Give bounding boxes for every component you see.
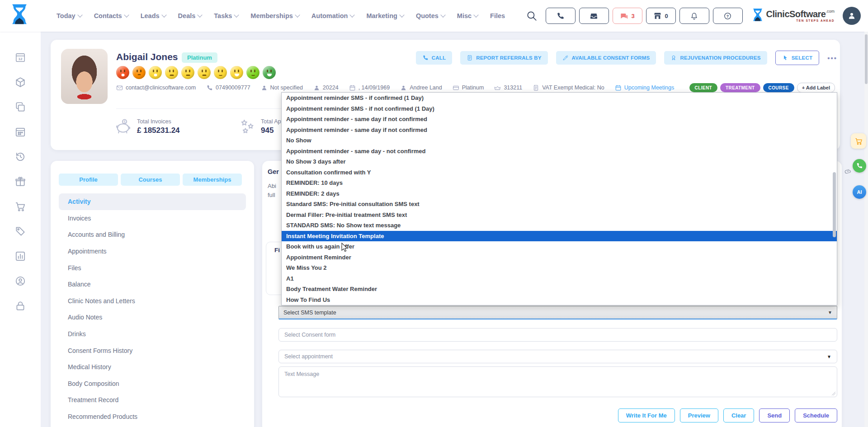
appointment-select[interactable]: Select appointment ▼: [278, 350, 837, 363]
lock-icon[interactable]: [14, 300, 26, 312]
nav-item-deals[interactable]: Deals: [178, 12, 202, 19]
schedule-button[interactable]: Schedule: [795, 408, 837, 422]
tab-courses[interactable]: Courses: [121, 174, 180, 186]
nav-item-misc[interactable]: Misc: [457, 12, 478, 19]
sms-template-option[interactable]: How To Find Us: [282, 295, 837, 305]
sms-template-option[interactable]: REMINDER: 2 days: [282, 188, 837, 199]
sms-template-option[interactable]: Appointment reminder SMS - if confirmed …: [282, 93, 837, 103]
calendar-grid-icon[interactable]: [14, 126, 26, 138]
report-referrals-by-button[interactable]: REPORT REFERRALS BY: [460, 51, 547, 65]
inbox-button[interactable]: [579, 8, 609, 24]
whatsapp-button[interactable]: [853, 159, 866, 173]
sms-template-select[interactable]: Select SMS template ▼: [278, 306, 837, 319]
add-label-button[interactable]: + Add Label: [797, 83, 835, 93]
notifications-button[interactable]: [679, 8, 709, 24]
mood-face-9[interactable]: [246, 66, 259, 79]
sms-template-option[interactable]: Dermal Filler: Pre-initial treatment SMS…: [282, 210, 837, 221]
nav-item-quotes[interactable]: Quotes: [416, 12, 445, 19]
call-button[interactable]: CALL: [416, 51, 452, 65]
mood-face-2[interactable]: [132, 66, 146, 79]
sidebar-item-recommended-products[interactable]: Recommended Products: [59, 408, 246, 425]
sidebar-item-drinks[interactable]: Drinks: [59, 326, 246, 343]
consent-form-select[interactable]: Select Consent form: [278, 328, 837, 342]
mood-face-4[interactable]: [165, 66, 178, 79]
sidebar-item-appointments[interactable]: Appointments: [59, 243, 246, 260]
sms-template-option[interactable]: No Show 3 days after: [282, 156, 837, 167]
dialer-button[interactable]: [546, 8, 576, 24]
label-treatment[interactable]: TREATMENT: [720, 83, 760, 92]
user-avatar[interactable]: [843, 7, 861, 25]
tag-icon[interactable]: [14, 225, 26, 237]
client-photo[interactable]: [61, 49, 108, 104]
sidebar-item-treatment-record[interactable]: Treatment Record: [59, 392, 246, 408]
select-button[interactable]: SELECT: [775, 51, 820, 65]
sidebar-item-invoices[interactable]: Invoices: [59, 210, 246, 227]
clear-button[interactable]: Clear: [723, 408, 755, 422]
nav-item-leads[interactable]: Leads: [141, 12, 166, 19]
available-consent-forms-button[interactable]: AVAILABLE CONSENT FORMS: [556, 51, 656, 65]
sms-template-option[interactable]: Appointment reminder SMS - if not confir…: [282, 103, 837, 114]
resize-grip[interactable]: [831, 391, 835, 395]
sidebar-item-activity[interactable]: Activity: [59, 193, 246, 210]
write-it-for-me-button[interactable]: Write It For Me: [618, 408, 675, 422]
sidebar-item-balance[interactable]: Balance: [59, 276, 246, 293]
cart-icon[interactable]: [14, 201, 26, 212]
info-upcoming-meetings[interactable]: Upcoming Meetings: [615, 84, 674, 91]
page-scrollbar[interactable]: [864, 32, 868, 427]
sidebar-item-accounts-and-billing[interactable]: Accounts and Billing: [59, 226, 246, 243]
nav-item-today[interactable]: Today: [57, 12, 82, 19]
dropdown-scrollbar-thumb[interactable]: [833, 172, 836, 237]
mood-face-7[interactable]: [214, 66, 227, 79]
floating-cart-button[interactable]: [851, 133, 866, 149]
rejuvenation-procedures-button[interactable]: REJUVENATION PROCEDURES: [664, 51, 767, 65]
sms-template-option[interactable]: Consultation confirmed with Y: [282, 167, 837, 178]
sms-template-option[interactable]: Appointment reminder - same day if not c…: [282, 125, 837, 136]
nav-item-contacts[interactable]: Contacts: [94, 12, 128, 19]
mood-face-5[interactable]: [181, 66, 194, 79]
sms-template-option[interactable]: Appointment reminder - same day - not co…: [282, 146, 837, 157]
support-icon[interactable]: [14, 275, 26, 287]
sidebar-item-clinic-notes-and-letters[interactable]: Clinic Notes and Letters: [59, 293, 246, 310]
sidebar-item-medical-history[interactable]: Medical History: [59, 359, 246, 375]
sms-template-option[interactable]: No Show: [282, 135, 837, 146]
sms-template-option[interactable]: Book with us again offer: [282, 241, 837, 252]
messages-button[interactable]: 3: [613, 8, 642, 24]
history-icon[interactable]: [14, 151, 26, 163]
chart-icon[interactable]: [14, 250, 26, 262]
sidebar-item-consent-forms-history[interactable]: Consent Forms History: [59, 342, 246, 359]
mood-face-1[interactable]: [116, 66, 129, 79]
gift-icon[interactable]: [14, 176, 26, 188]
nav-item-files[interactable]: Files: [490, 12, 505, 19]
mood-face-10[interactable]: [263, 66, 276, 79]
ai-assistant-button[interactable]: AI: [853, 185, 866, 199]
search-icon[interactable]: [526, 10, 538, 22]
help-button[interactable]: ?: [713, 8, 743, 24]
sidebar-item-audio-notes[interactable]: Audio Notes: [59, 309, 246, 326]
label-course[interactable]: COURSE: [763, 83, 794, 92]
sms-template-option[interactable]: STANDARD SMS: No Show text message: [282, 220, 837, 231]
sms-template-option[interactable]: Instant Meeting Invitation Template: [282, 231, 837, 242]
nav-item-tasks[interactable]: Tasks: [214, 12, 238, 19]
text-message-input[interactable]: [279, 367, 837, 397]
calendar-12-icon[interactable]: 12: [14, 52, 26, 63]
more-actions-button[interactable]: •••: [827, 54, 837, 62]
sms-template-option[interactable]: A1: [282, 273, 837, 284]
sidebar-item-body-composition[interactable]: Body Composition: [59, 375, 246, 392]
label-client[interactable]: CLIENT: [689, 83, 718, 92]
nav-item-marketing[interactable]: Marketing: [366, 12, 404, 19]
paperclip-icon[interactable]: [843, 167, 853, 177]
tab-profile[interactable]: Profile: [59, 174, 118, 186]
tab-memberships[interactable]: Memberships: [183, 174, 242, 186]
sms-template-option[interactable]: Body Treatment Water Reminder: [282, 284, 837, 295]
nav-item-memberships[interactable]: Memberships: [250, 12, 299, 19]
sms-template-option[interactable]: Standard SMS: Pre-initial consultation S…: [282, 199, 837, 210]
sms-template-option[interactable]: We Miss You 2: [282, 263, 837, 273]
copy-icon[interactable]: [14, 101, 26, 113]
sms-template-option[interactable]: Appointment reminder - same day if not c…: [282, 114, 837, 125]
brand-hourglass-icon[interactable]: [10, 3, 29, 28]
sms-template-option[interactable]: REMINDER: 10 days: [282, 178, 837, 188]
preview-button[interactable]: Preview: [680, 408, 718, 422]
page-scrollbar-thumb[interactable]: [865, 34, 868, 84]
shop-button[interactable]: 0: [646, 8, 676, 24]
cube-icon[interactable]: [14, 76, 26, 88]
